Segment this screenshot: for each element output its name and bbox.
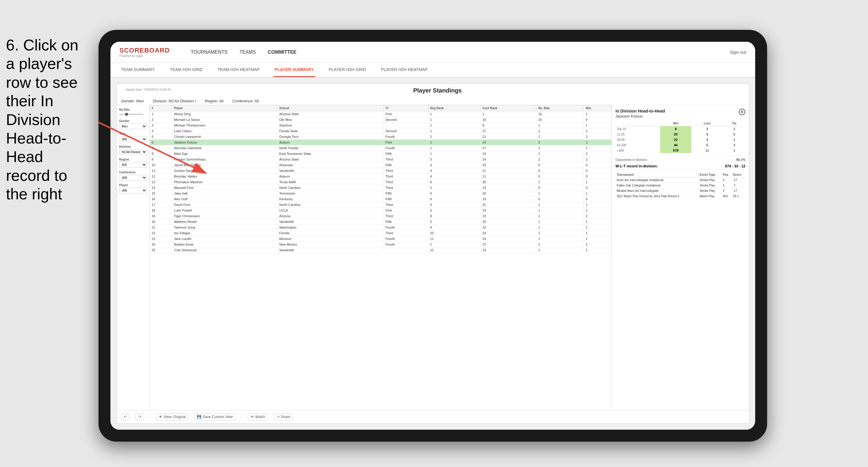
h2h-close-btn[interactable]: ✕: [739, 108, 745, 115]
cell-school: Stanford: [277, 123, 383, 128]
cell-yr: First: [383, 208, 428, 213]
table-row[interactable]: 17 David Ford North Carolina Third 6 21 …: [150, 202, 612, 208]
cell-no-rds: 2: [536, 151, 584, 157]
table-row[interactable]: 6 Jackson Koivun Auburn First 1 14 2 1: [150, 139, 612, 145]
subnav-player-h2h-heatmap[interactable]: PLAYER H2H HEATMAP: [379, 63, 429, 77]
nav-teams[interactable]: TEAMS: [239, 48, 256, 56]
conference-select[interactable]: (All): [119, 175, 147, 181]
division-select[interactable]: NCAA Division I: [119, 149, 147, 155]
undo-btn[interactable]: ↶: [121, 413, 129, 421]
cell-yr: Fifth: [383, 219, 428, 225]
table-row[interactable]: 9 Preston Summerhays Arizona State Third…: [150, 157, 612, 162]
col-reg-rank: Reg Rank: [428, 105, 480, 111]
watch-btn[interactable]: 👁 Watch: [248, 413, 268, 421]
cell-rank: 23: [150, 236, 172, 242]
h2h-tie: 5: [723, 132, 745, 137]
instruction-text: 6. Click on a player's row to see their …: [0, 36, 87, 204]
cell-no-rds: 2: [536, 213, 584, 219]
cell-win: 0: [584, 117, 612, 123]
table-row[interactable]: 24 Bastien Amat New Mexico Fourth 1 27 2…: [150, 242, 612, 247]
nav-tournaments[interactable]: TOURNAMENTS: [191, 48, 227, 56]
table-row[interactable]: 25 Cole Sherwood Vanderbilt 12 23 1 1: [150, 247, 612, 253]
year-select[interactable]: (All): [119, 136, 147, 142]
h2h-tie: 3: [723, 142, 745, 148]
t-name: Fallen Oak Collegiate Invitational: [616, 183, 699, 188]
cell-conf-rank: 24: [480, 236, 536, 242]
table-row[interactable]: 19 Tiger Christensen Arizona Third 8 23 …: [150, 213, 612, 219]
table-row[interactable]: 11 Gordon Sargent Vanderbilt Third 4 21 …: [150, 168, 612, 174]
table-row[interactable]: 8 Mats Ege East Tennessee State Fifth 1 …: [150, 151, 612, 157]
h2h-win: 22: [660, 137, 691, 142]
view-original-btn[interactable]: 👁 View: Original: [156, 413, 188, 421]
subnav-team-summary[interactable]: TEAM SUMMARY: [119, 63, 156, 77]
subnav-team-h2h-grid[interactable]: TEAM H2H GRID: [168, 63, 204, 77]
h2h-title: In Division Head-to-Head: [616, 108, 665, 114]
bottom-toolbar: ↶ ↷ 👁 View: Original 💾 Save Custom View …: [117, 410, 749, 424]
table-row[interactable]: 7 Nicholas Gabrelcik North Florida Fourt…: [150, 145, 612, 151]
cell-rank: 19: [150, 213, 172, 219]
t-name: Amer Am Intercollegiate Invitational: [616, 178, 699, 183]
cell-no-rds: 1: [536, 208, 584, 213]
cell-yr: Second: [383, 128, 428, 134]
cell-conf-rank: 24: [480, 151, 536, 157]
region-select[interactable]: N/A: [119, 162, 147, 168]
cell-conf-rank: 22: [480, 225, 536, 230]
toolbar-sep-1: [150, 414, 150, 420]
t-pos: Win: [722, 194, 732, 199]
cell-yr: Fourth: [383, 225, 428, 230]
cell-yr: Second: [383, 117, 428, 123]
cell-rank: 6: [150, 139, 172, 145]
table-row[interactable]: 1 Wenyi Ding Arizona State First 1 1 15 …: [150, 111, 612, 117]
cell-name: Taehoon Song: [172, 225, 277, 230]
table-row[interactable]: 15 Jake Hall Tennessee Fifth 4 20 1 1: [150, 191, 612, 196]
table-row[interactable]: 20 Matthew Riedel Vanderbilt Fifth 5 25 …: [150, 219, 612, 225]
save-custom-view-btn[interactable]: 💾 Save Custom View: [194, 413, 236, 421]
top-nav: SCOREBOARD Powered by clippi TOURNAMENTS…: [111, 42, 755, 63]
table-row[interactable]: 18 Luke Powell UCLA First 5 24 1 1: [150, 208, 612, 213]
subnav-player-summary[interactable]: PLAYER SUMMARY: [273, 63, 315, 77]
cell-school: Auburn: [277, 174, 383, 179]
sign-out-btn[interactable]: Sign out: [730, 50, 746, 55]
save-icon: 💾: [197, 415, 202, 419]
h2h-loss: 4: [691, 137, 723, 142]
table-row[interactable]: 4 Luke Claton Florida State Second 1 27 …: [150, 128, 612, 134]
table-row[interactable]: 5 Christo Lamprecht Georgia Tech Fourth …: [150, 134, 612, 139]
cell-name: Tiger Christensen: [172, 213, 277, 219]
cell-win: 1: [584, 145, 612, 151]
redo-btn[interactable]: ↷: [135, 413, 144, 421]
table-row[interactable]: 3 Michael Thorbjornsen Stanford 1 8 1 1: [150, 123, 612, 128]
cell-reg-rank: 4: [428, 168, 480, 174]
no-rds-slider[interactable]: [119, 114, 143, 115]
t-score: -17: [732, 188, 745, 194]
table-row[interactable]: 14 Maxwell Ford North Carolina Third 5 2…: [150, 185, 612, 191]
cell-conf-rank: 19: [480, 196, 536, 202]
table-row[interactable]: 23 Jack Lundin Missouri Fourth 11 24 1 1: [150, 236, 612, 242]
subnav-team-h2h-heatmap[interactable]: TEAM H2H HEATMAP: [216, 63, 261, 77]
cell-rank: 10: [150, 162, 172, 168]
table-row[interactable]: 21 Taehoon Song Washington Fourth 6 22 1…: [150, 225, 612, 230]
cell-rank: 22: [150, 230, 172, 236]
cell-win: 1: [584, 236, 612, 242]
h2h-header: In Division Head-to-Head Jackson Koivun …: [616, 108, 745, 119]
logo-scoreboard: SCOREBOARD: [119, 46, 170, 54]
nav-committee[interactable]: COMMITTEE: [268, 48, 297, 56]
table-row[interactable]: 2 Michael La Sasso Ole Miss Second 1 18 …: [150, 117, 612, 123]
subnav-player-h2h-grid[interactable]: PLAYER H2H GRID: [327, 63, 367, 77]
table-row[interactable]: 13 Phichakon Maichon Texas A&M Third 6 3…: [150, 179, 612, 185]
share-btn[interactable]: ↗ Share: [274, 413, 293, 421]
player-select[interactable]: (All): [119, 188, 147, 193]
table-row[interactable]: 10 Jacob Mac Diesen Arkansas Fifth 4 25 …: [150, 162, 612, 168]
h2h-row: 26-50 22 4 1: [616, 137, 745, 142]
gender-select[interactable]: Men: [119, 124, 147, 129]
cell-rank: 4: [150, 128, 172, 134]
cell-win: 2: [584, 213, 612, 219]
conference-filter: Conference: All: [232, 99, 259, 103]
table-row[interactable]: 22 Ian Gilligan Florida Third 10 24 1 1: [150, 230, 612, 236]
table-row[interactable]: 12 Brendan Valdes Auburn Third 4 11 0 0: [150, 174, 612, 179]
table-row[interactable]: 16 Alex Goff Kentucky Fifth 8 19 0 0: [150, 196, 612, 202]
cell-no-rds: 1: [536, 236, 584, 242]
h2h-win: 8: [660, 126, 691, 132]
cell-yr: Fifth: [383, 191, 428, 196]
cell-reg-rank: 8: [428, 213, 480, 219]
cell-school: North Carolina: [277, 185, 383, 191]
